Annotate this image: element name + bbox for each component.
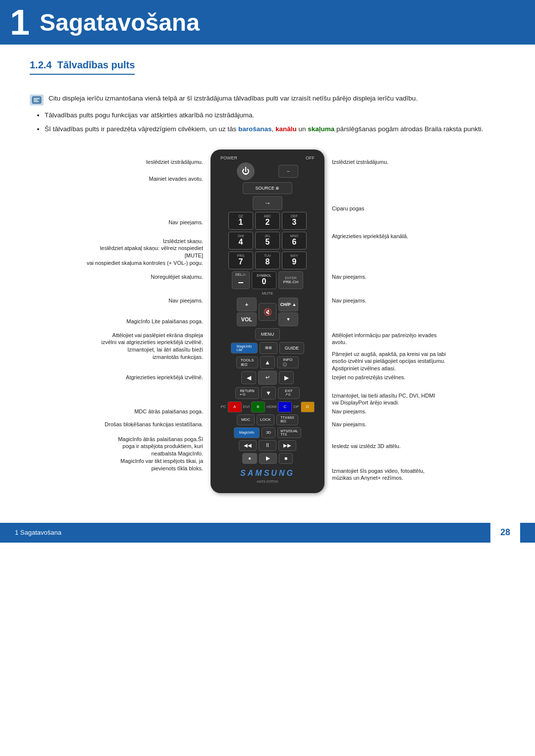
num-7-button[interactable]: PRS 7	[228, 252, 253, 269]
remote-row-source: SOURCE ⊕	[215, 182, 320, 194]
lock-button[interactable]: LOCK	[257, 414, 274, 425]
power-button[interactable]: ⏻	[237, 162, 255, 180]
remote-row-transport-1: ◀◀ II ▶▶	[215, 440, 320, 451]
remote-row-abcd: PC A DVI B HDMI C DP D	[215, 402, 320, 412]
play-button[interactable]: ▶	[259, 453, 277, 464]
remote-body: POWER OFF ⏻ – SOURCE ⊕ →	[211, 150, 324, 493]
return-button[interactable]: RETURN↩⊙	[235, 387, 259, 399]
btn-d-button[interactable]: D	[301, 402, 315, 412]
vol-plus-button[interactable]: +	[237, 298, 257, 311]
remote-row-arrow-up: →	[215, 196, 320, 210]
btn-b-button[interactable]: B	[251, 402, 265, 412]
remote-row-magicinfo-3d-mts: MagicInfo 3D MTS/DUALTTX	[215, 427, 320, 438]
source-button[interactable]: SOURCE ⊕	[243, 182, 292, 194]
pause-button[interactable]: II	[259, 440, 276, 451]
ann-r-ciparu: Ciparu pogas	[332, 205, 364, 212]
remote-row-menu: MENU	[215, 328, 320, 340]
fastforward-button[interactable]: ▶▶	[278, 440, 296, 451]
nav-left-button[interactable]: ◀	[241, 371, 256, 384]
ann-l-atgriezieties: Atgriezieties iepriekšējā izvēlnē.	[126, 374, 203, 381]
rec-button[interactable]: ●	[242, 453, 257, 464]
ann-l-dross: Drošas bloķēšanas funkcijas iestatīšana.	[105, 421, 203, 428]
info-button[interactable]: INFOⓘ	[277, 356, 299, 368]
bold-barosanas: barošanas	[238, 125, 272, 133]
menu-button[interactable]: MENU	[255, 328, 280, 340]
prech-button[interactable]: ENTER PRE-CH	[278, 271, 303, 289]
num-5-button[interactable]: JKL 5	[255, 232, 280, 250]
magicinfo-lite-button[interactable]: MagicInfoLite	[231, 343, 258, 353]
ann-r-izmantojiet-video: Izmantojiet šīs pogas video, fotoattēlu,…	[332, 467, 425, 482]
chp-up-button[interactable]: CH/P ▲	[278, 298, 298, 311]
ann-l-attelo: Attēlojiet vai paslēpiet ekrāna displeja…	[102, 332, 203, 361]
remote-row-nav-lr: ◀ ↵ ▶	[215, 371, 320, 385]
off-button[interactable]: –	[278, 165, 298, 178]
ann-l-magicinfo-lite: MagicInfo Lite palaišanas poga.	[126, 318, 203, 325]
guide-button[interactable]: GUIDE	[279, 342, 304, 354]
main-content: 1.2.4 Tālvadības pults Citu displeja ier…	[0, 59, 535, 493]
ann-r-attelo-info: Attēlojiet informāciju par pašreizējo ie…	[332, 332, 451, 347]
remote-row-123: QZ 1 ABC 2 DEF 3	[215, 212, 320, 230]
num-3-button[interactable]: DEF 3	[282, 212, 307, 230]
remote-row-vol-mute-chp: + VOL 🔇 CH/P ▲ ▼	[215, 298, 320, 326]
ttx-button[interactable]: TTX/MIX⊞⊡	[276, 414, 298, 425]
tools-button[interactable]: TOOLS⊞⊡	[236, 356, 258, 368]
num-2-button[interactable]: ABC 2	[255, 212, 280, 230]
num-8-button[interactable]: TUV 8	[255, 252, 280, 269]
remote-row-transport-2: ● ▶ ■	[215, 453, 320, 464]
ann-r-nav3: Nav pieejams.	[332, 408, 367, 415]
ann-r-nav1: Nav pieejams.	[332, 273, 367, 281]
ann-r-izsledziet: Izslēdziet izstrādājumu.	[332, 158, 388, 166]
ann-l-nav1: Nav pieejams.	[168, 219, 203, 226]
num-1-button[interactable]: QZ 1	[228, 212, 253, 230]
footer-page: 28	[490, 523, 520, 543]
num-9-button[interactable]: WXY 9	[282, 252, 307, 269]
remote-row-magicinfo-guide: MagicInfoLite ⊞⊞ GUIDE	[215, 342, 320, 354]
ann-r-izmantojiet-ievadi: Izmantojiet, lai tieši atlasītu PC, DVI,…	[332, 392, 435, 407]
num-0-button[interactable]: SYMBOL 0	[252, 271, 276, 289]
chapter-number: 1	[10, 4, 30, 40]
remote-row-tools-info: TOOLS⊞⊡ ▲ INFOⓘ	[215, 356, 320, 369]
note-icon	[30, 95, 44, 105]
btn-3d-button[interactable]: 3D	[262, 427, 275, 438]
section-heading: 1.2.4 Tālvadības pults	[30, 59, 135, 75]
bullet-item-2: Šī tālvadības pults ir paredzēta vājredz…	[45, 124, 505, 134]
rewind-button[interactable]: ◀◀	[239, 440, 257, 451]
btn-c-button[interactable]: C	[278, 402, 292, 412]
vol-minus-button[interactable]: VOL	[237, 312, 257, 326]
remote-row-power: ⏻ –	[215, 162, 320, 180]
bullet-list: Tālvadības pults pogu funkcijas var atšķ…	[30, 110, 505, 135]
magicinfo-button[interactable]: MagicInfo	[234, 427, 260, 438]
apps-button[interactable]: ⊞⊞	[260, 342, 277, 354]
samsung-logo: SAMSUNG	[215, 469, 320, 478]
stop-button[interactable]: ■	[279, 453, 293, 464]
mute-button[interactable]: 🔇	[259, 303, 276, 321]
ann-l-nav2: Nav pieejams.	[168, 297, 203, 304]
note-block: Citu displeja ierīču izmantošana vienā t…	[30, 94, 505, 105]
chp-down-button[interactable]: ▼	[278, 312, 298, 326]
mdc-button[interactable]: MDC	[237, 414, 255, 425]
exit-button[interactable]: EXIT↗⊙	[278, 387, 300, 399]
input-arrow-button[interactable]: →	[253, 196, 282, 210]
ann-r-izejiet: Izejiet no pašreizējās izvēlnes.	[332, 374, 406, 381]
ann-r-atgriezieties-kanala: Atgriezieties iepriekšējā kanālā.	[332, 233, 408, 240]
nav-right-button[interactable]: ▶	[279, 371, 294, 384]
mts-button[interactable]: MTS/DUALTTX	[277, 427, 301, 438]
nav-down-button[interactable]: ▼	[261, 387, 276, 400]
remote-row-mdc-lock-ttx: MDC LOCK TTX/MIX⊞⊡	[215, 414, 320, 425]
remote-outer: Ieslēdziet izstrādājumu. Mainiet ievades…	[84, 150, 451, 493]
remote-serial: AA59-00555A	[215, 480, 320, 483]
btn-a-button[interactable]: A	[228, 402, 242, 412]
bold-skaljuma: skaļuma	[308, 125, 334, 133]
chapter-title: Sagatavošana	[40, 9, 200, 36]
remote-row-mute: MUTE	[215, 291, 320, 296]
dash-button[interactable]: DEL-/– –	[232, 271, 250, 289]
num-6-button[interactable]: MNO 6	[282, 232, 307, 250]
remote-row-789: PRS 7 TUV 8 WXY 9	[215, 252, 320, 269]
ann-r-parejiet: Pārrejiet uz augšā, apakšā, pa kreisi va…	[332, 351, 446, 373]
ok-button[interactable]: ↵	[258, 371, 277, 385]
num-4-button[interactable]: GHI 4	[228, 232, 253, 250]
nav-up-button[interactable]: ▲	[260, 356, 275, 369]
remote-top-labels: POWER OFF	[215, 155, 320, 160]
bold-kanalu: kanālu	[275, 125, 297, 133]
remote-row-return-exit: RETURN↩⊙ ▼ EXIT↗⊙	[215, 387, 320, 400]
